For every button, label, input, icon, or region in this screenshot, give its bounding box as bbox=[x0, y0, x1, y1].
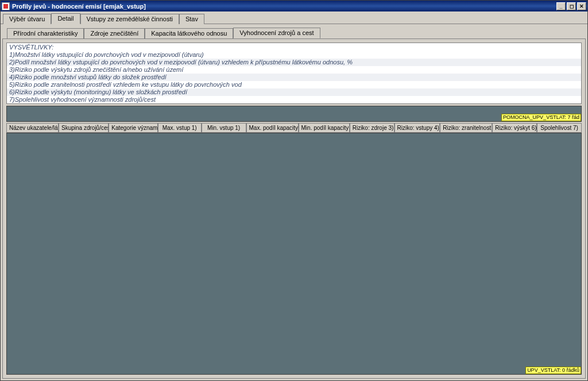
secondary-tabbar: Přírodní charakteristikyZdroje znečištěn… bbox=[2, 26, 586, 39]
primary-tab[interactable]: Stav bbox=[179, 14, 204, 24]
app-window: Profily jevů - hodnocení emisí [emjak_vs… bbox=[0, 0, 588, 381]
grid-header-cell[interactable]: Riziko: zranitelnost bbox=[440, 123, 492, 133]
legend-row: 1)Množství látky vstupující do povrchový… bbox=[7, 51, 581, 59]
secondary-tab[interactable]: Přírodní charakteristiky bbox=[7, 28, 84, 39]
close-button[interactable]: ✕ bbox=[577, 2, 586, 10]
tab-label: Výběr útvaru bbox=[9, 16, 45, 22]
legend-row: 2)Podíl množství látky vstupující do pov… bbox=[7, 59, 581, 66]
minimize-icon: _ bbox=[559, 3, 562, 9]
grid-header-cell[interactable]: Riziko: výskyt 6) bbox=[492, 123, 537, 133]
grid-header-cell[interactable]: Min. podíl kapacity bbox=[299, 123, 350, 133]
grid-header-cell[interactable]: Název ukazatele/lát bbox=[6, 123, 59, 133]
close-icon: ✕ bbox=[579, 3, 584, 9]
mid-fill-area: POMOCNA_UPV_VSTLAT: 7 řád bbox=[6, 106, 582, 122]
grid-header-cell[interactable]: Skupina zdrojů/ces bbox=[59, 123, 109, 133]
minimize-button[interactable]: _ bbox=[556, 2, 566, 10]
grid-header-cell[interactable]: Max. vstup 1) bbox=[158, 123, 202, 133]
tab-label: Vstupy ze zemědělské činnosti bbox=[87, 16, 173, 22]
status-top-right: POMOCNA_UPV_VSTLAT: 7 řád bbox=[501, 114, 581, 121]
tab-label: Detail bbox=[57, 15, 74, 22]
legend-row: 3)Riziko podle výskytu zdrojů znečištění… bbox=[7, 66, 581, 74]
panel: VYSVĚTLIVKY: 1)Množství látky vstupující… bbox=[2, 39, 586, 379]
tab-label: Přírodní charakteristiky bbox=[13, 30, 78, 37]
grid-header-cell[interactable]: Min. vstup 1) bbox=[202, 123, 246, 133]
window-controls: _ ◻ ✕ bbox=[556, 2, 586, 10]
secondary-tab[interactable]: Vyhodnocení zdrojů a cest bbox=[233, 28, 320, 39]
secondary-tab[interactable]: Kapacita látkového odnosu bbox=[145, 28, 233, 39]
tab-label: Zdroje znečištění bbox=[90, 30, 138, 37]
primary-tabbar: Výběr útvaruDetailVstupy ze zemědělské č… bbox=[1, 11, 587, 24]
app-icon bbox=[2, 2, 10, 10]
window-title: Profily jevů - hodnocení emisí [emjak_vs… bbox=[12, 3, 556, 10]
tab-label: Vyhodnocení zdrojů a cest bbox=[239, 29, 314, 36]
grid-header-row: Název ukazatele/látSkupina zdrojů/cesKat… bbox=[6, 123, 582, 133]
grid-body[interactable]: UPV_VSTLAT: 0 řádků bbox=[6, 133, 582, 375]
legend-row: 7)Spolehlivost vyhodnocení významnosti z… bbox=[7, 96, 581, 103]
tab-label: Kapacita látkového odnosu bbox=[151, 30, 227, 37]
legend-row: 6)Riziko podle výskytu (monitoringu) lát… bbox=[7, 88, 581, 96]
grid-header-cell[interactable]: Riziko: vstupy 4) bbox=[394, 123, 440, 133]
grid-header-cell[interactable]: Riziko: zdroje 3) bbox=[350, 123, 394, 133]
maximize-button[interactable]: ◻ bbox=[567, 2, 576, 10]
maximize-icon: ◻ bbox=[570, 3, 574, 9]
grid-header-cell[interactable]: Kategorie významn bbox=[109, 123, 157, 133]
legend-row: 4)Riziko podle množství vstupů látky do … bbox=[7, 74, 581, 81]
legend-row: 5)Riziko podle zranitelnosti prostředí v… bbox=[7, 81, 581, 88]
legend-box: VYSVĚTLIVKY: 1)Množství látky vstupující… bbox=[6, 43, 582, 104]
primary-tab[interactable]: Výběr útvaru bbox=[3, 14, 51, 24]
legend-header: VYSVĚTLIVKY: bbox=[7, 43, 581, 51]
grid-header-cell[interactable]: Spolehlivost 7) bbox=[537, 123, 582, 133]
content-area: Přírodní charakteristikyZdroje znečištěn… bbox=[1, 24, 587, 380]
grid-header-cell[interactable]: Max. podíl kapacity bbox=[246, 123, 299, 133]
tab-label: Stav bbox=[185, 16, 198, 22]
titlebar[interactable]: Profily jevů - hodnocení emisí [emjak_vs… bbox=[1, 1, 587, 11]
primary-tab[interactable]: Detail bbox=[51, 13, 80, 24]
secondary-tab[interactable]: Zdroje znečištění bbox=[84, 28, 145, 39]
primary-tab[interactable]: Vstupy ze zemědělské činnosti bbox=[80, 14, 179, 24]
status-bottom-right: UPV_VSTLAT: 0 řádků bbox=[525, 367, 581, 374]
